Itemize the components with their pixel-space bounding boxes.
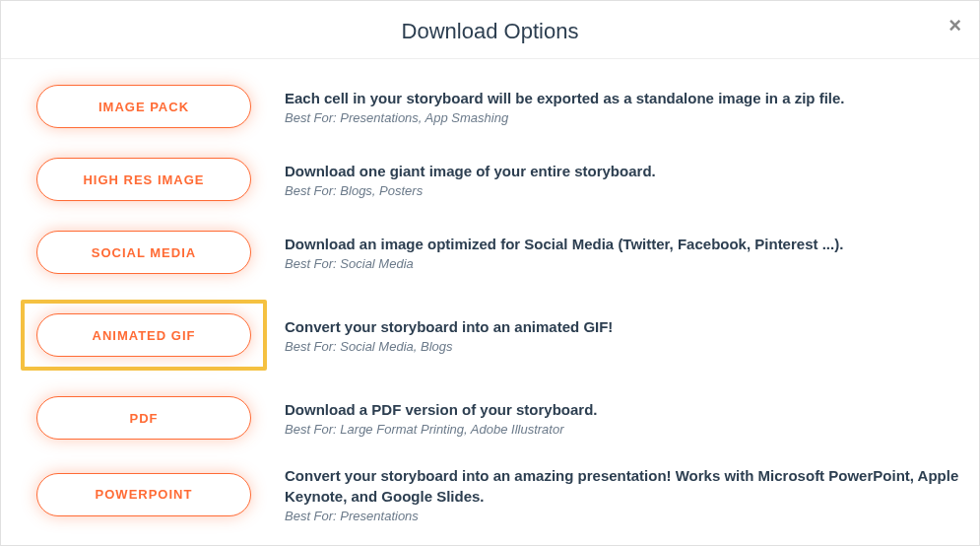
best-for-text: Best For: Social Media, Blogs: [285, 339, 959, 354]
option-button-wrapper: SOCIAL MEDIA: [21, 227, 267, 278]
best-for-text: Best For: Blogs, Posters: [285, 183, 959, 198]
best-for-text: Best For: Presentations, App Smashing: [285, 110, 959, 125]
option-row-animated-gif: ANIMATED GIF Convert your storyboard int…: [21, 300, 959, 371]
description-text: Download an image optimized for Social M…: [285, 234, 959, 254]
description-text: Download one giant image of your entire …: [285, 161, 959, 181]
option-description: Download an image optimized for Social M…: [267, 234, 959, 271]
modal-title: Download Options: [1, 19, 979, 44]
option-description: Convert your storyboard into an animated…: [267, 316, 959, 354]
description-text: Convert your storyboard into an amazing …: [285, 465, 959, 507]
option-description: Each cell in your storyboard will be exp…: [267, 88, 959, 125]
option-button-wrapper-highlighted: ANIMATED GIF: [21, 300, 267, 371]
description-text: Each cell in your storyboard will be exp…: [285, 88, 959, 108]
option-button-wrapper: POWERPOINT: [21, 469, 267, 520]
option-row-image-pack: IMAGE PACK Each cell in your storyboard …: [21, 81, 959, 132]
image-pack-button[interactable]: IMAGE PACK: [36, 85, 251, 128]
modal-header: Download Options ×: [1, 1, 979, 59]
option-description: Download one giant image of your entire …: [267, 161, 959, 198]
high-res-image-button[interactable]: HIGH RES IMAGE: [36, 158, 251, 201]
option-description: Download a PDF version of your storyboar…: [267, 399, 959, 437]
description-text: Convert your storyboard into an animated…: [285, 316, 959, 337]
best-for-text: Best For: Presentations: [285, 509, 959, 523]
option-row-pdf: PDF Download a PDF version of your story…: [21, 392, 959, 444]
option-row-social-media: SOCIAL MEDIA Download an image optimized…: [21, 227, 959, 278]
download-options-list: IMAGE PACK Each cell in your storyboard …: [1, 59, 979, 546]
close-button[interactable]: ×: [948, 15, 961, 36]
option-button-wrapper: HIGH RES IMAGE: [21, 154, 267, 205]
option-button-wrapper: IMAGE PACK: [21, 81, 267, 132]
option-row-high-res-image: HIGH RES IMAGE Download one giant image …: [21, 154, 959, 205]
powerpoint-button[interactable]: POWERPOINT: [36, 473, 251, 516]
best-for-text: Best For: Large Format Printing, Adobe I…: [285, 422, 959, 437]
animated-gif-button[interactable]: ANIMATED GIF: [36, 313, 251, 357]
option-description: Convert your storyboard into an amazing …: [267, 465, 959, 523]
pdf-button[interactable]: PDF: [36, 396, 251, 440]
best-for-text: Best For: Social Media: [285, 256, 959, 271]
description-text: Download a PDF version of your storyboar…: [285, 399, 959, 420]
option-row-powerpoint: POWERPOINT Convert your storyboard into …: [21, 465, 959, 523]
social-media-button[interactable]: SOCIAL MEDIA: [36, 231, 251, 274]
option-button-wrapper: PDF: [21, 392, 267, 444]
